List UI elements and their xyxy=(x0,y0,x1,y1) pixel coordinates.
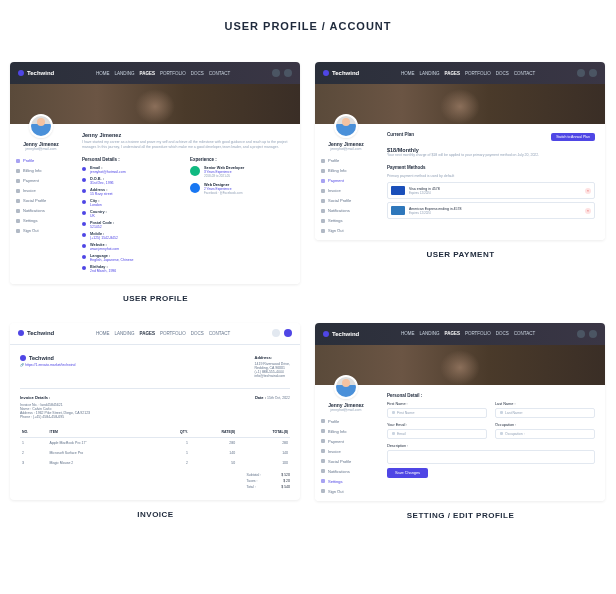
nav-home[interactable]: HOME xyxy=(96,71,110,76)
nav-landing[interactable]: LANDING xyxy=(419,331,439,336)
detail-value: 521452 xyxy=(90,225,114,229)
menu-profile[interactable]: Profile xyxy=(321,418,371,425)
menu-signout[interactable]: Sign Out xyxy=(16,227,66,234)
menu-notif[interactable]: Notifications xyxy=(321,468,371,475)
nav-portfolio[interactable]: PORTFOLIO xyxy=(465,331,491,336)
nav-docs[interactable]: DOCS xyxy=(496,331,509,336)
nav-docs[interactable]: DOCS xyxy=(191,71,204,76)
invoice-link[interactable]: 🔗 https://1.envato.market/techwind xyxy=(20,363,75,367)
brand[interactable]: Techwind xyxy=(18,70,54,76)
search-icon[interactable] xyxy=(272,329,280,337)
avatar-icon[interactable] xyxy=(589,69,597,77)
user-email: jennyhot@mail.com xyxy=(321,408,371,412)
input-occupation[interactable]: Occupation : xyxy=(495,429,595,439)
menu-invoice[interactable]: Invoice xyxy=(321,187,371,194)
menu-social[interactable]: Social Profile xyxy=(16,197,66,204)
nav-contact[interactable]: CONTACT xyxy=(209,71,230,76)
nav-pages[interactable]: PAGES xyxy=(444,71,459,76)
menu-billing[interactable]: Billing Info xyxy=(321,167,371,174)
save-button[interactable]: Save Changes xyxy=(387,468,428,478)
payment-card-amex[interactable]: American Express ending in 4578Expires 1… xyxy=(387,202,595,219)
menu-payment[interactable]: Payment xyxy=(321,177,371,184)
logo-icon xyxy=(18,70,24,76)
nav-contact[interactable]: CONTACT xyxy=(514,71,535,76)
nav-contact[interactable]: CONTACT xyxy=(209,331,230,336)
avatar-icon[interactable] xyxy=(284,329,292,337)
brand[interactable]: Techwind xyxy=(323,331,359,337)
nav-home[interactable]: HOME xyxy=(401,331,415,336)
search-icon[interactable] xyxy=(577,330,585,338)
menu-notif[interactable]: Notifications xyxy=(321,207,371,214)
menu-settings[interactable]: Settings xyxy=(321,217,371,224)
nav-home[interactable]: HOME xyxy=(401,71,415,76)
card-profile: Techwind HOME LANDING PAGES PORTFOLIO DO… xyxy=(10,62,300,284)
menu-social[interactable]: Social Profile xyxy=(321,197,371,204)
settings-content: Personal Detail : First Name :First Name… xyxy=(377,385,605,501)
profile-content: Jenny Jimenez I have started my career a… xyxy=(72,124,300,284)
avatar-icon[interactable] xyxy=(589,330,597,338)
menu-signout[interactable]: Sign Out xyxy=(321,488,371,495)
logo-icon xyxy=(323,331,329,337)
nav-pages[interactable]: PAGES xyxy=(139,331,154,336)
search-icon[interactable] xyxy=(577,69,585,77)
nav-pages[interactable]: PAGES xyxy=(444,331,459,336)
menu-social[interactable]: Social Profile xyxy=(321,458,371,465)
menu-billing[interactable]: Billing Info xyxy=(321,428,371,435)
avatar[interactable] xyxy=(334,114,358,138)
nav-landing[interactable]: LANDING xyxy=(419,71,439,76)
nav-contact[interactable]: CONTACT xyxy=(514,331,535,336)
nav-links: HOME LANDING PAGES PORTFOLIO DOCS CONTAC… xyxy=(96,71,230,76)
avatar[interactable] xyxy=(334,375,358,399)
menu-profile[interactable]: Profile xyxy=(16,157,66,164)
avatar-icon[interactable] xyxy=(284,69,292,77)
nav-home[interactable]: HOME xyxy=(96,331,110,336)
input-lastname[interactable]: Last Name: xyxy=(495,408,595,418)
input-firstname[interactable]: First Name: xyxy=(387,408,487,418)
brand-text: Techwind xyxy=(332,70,359,76)
switch-plan-button[interactable]: Switch to Annual Plan xyxy=(551,133,595,141)
nav-landing[interactable]: LANDING xyxy=(114,331,134,336)
plan-header: Current Plan xyxy=(387,132,414,137)
search-icon[interactable] xyxy=(272,69,280,77)
nav-landing[interactable]: LANDING xyxy=(114,71,134,76)
detail-icon xyxy=(82,200,86,204)
detail-line: Postal Code :521452 xyxy=(82,221,182,229)
input-email[interactable]: Email xyxy=(387,429,487,439)
invoice-body: Techwind 🔗 https://1.envato.market/techw… xyxy=(10,345,300,500)
nav-portfolio[interactable]: PORTFOLIO xyxy=(160,331,186,336)
delete-card-button[interactable]: × xyxy=(585,188,591,194)
nav-docs[interactable]: DOCS xyxy=(496,71,509,76)
menu-settings[interactable]: Settings xyxy=(16,217,66,224)
brand[interactable]: Techwind xyxy=(18,330,54,336)
card-payment: Techwind HOMELANDINGPAGESPORTFOLIODOCSCO… xyxy=(315,62,605,240)
nav-pages[interactable]: PAGES xyxy=(139,71,154,76)
nav-portfolio[interactable]: PORTFOLIO xyxy=(465,71,491,76)
col-rate: RATE($) xyxy=(190,427,237,438)
side-menu: Profile Billing Info Payment Invoice Soc… xyxy=(16,157,66,234)
menu-billing[interactable]: Billing Info xyxy=(16,167,66,174)
detail-value: London xyxy=(90,203,102,207)
card-name: Visa ending in 4578 xyxy=(409,187,440,191)
nav-portfolio[interactable]: PORTFOLIO xyxy=(160,71,186,76)
delete-card-button[interactable]: × xyxy=(585,208,591,214)
textarea-description[interactable] xyxy=(387,450,595,464)
menu-notif[interactable]: Notifications xyxy=(16,207,66,214)
avatar[interactable] xyxy=(29,114,53,138)
content-name: Jenny Jimenez xyxy=(82,132,290,138)
menu-invoice[interactable]: Invoice xyxy=(16,187,66,194)
invoice-totals: Subtotal :$ 520 Taxes :$ 20 Total :$ 540 xyxy=(246,472,290,490)
menu-settings[interactable]: Settings xyxy=(321,478,371,485)
menu-profile[interactable]: Profile xyxy=(321,157,371,164)
menu-payment[interactable]: Payment xyxy=(321,438,371,445)
card-name: American Express ending in 4578 xyxy=(409,207,461,211)
brand[interactable]: Techwind xyxy=(323,70,359,76)
payment-card-visa[interactable]: Visa ending in 4578Expires 12/2024 × xyxy=(387,182,595,199)
nav-docs[interactable]: DOCS xyxy=(191,331,204,336)
menu-signout[interactable]: Sign Out xyxy=(321,227,371,234)
methods-header: Payment Methods xyxy=(387,165,595,170)
detail-value: 15 Razy street xyxy=(90,192,113,196)
col-total: TOTAL($) xyxy=(237,427,290,438)
table-row: 2Microsoft Surface Pro1140140 xyxy=(20,448,290,458)
menu-invoice[interactable]: Invoice xyxy=(321,448,371,455)
menu-payment[interactable]: Payment xyxy=(16,177,66,184)
